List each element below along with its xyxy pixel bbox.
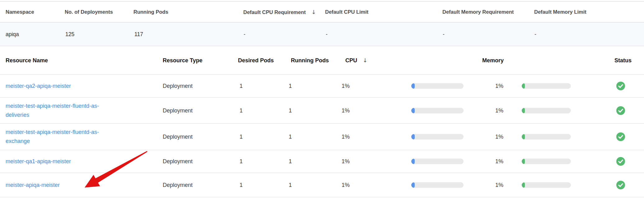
col-cpu[interactable]: CPU↓ [345,57,367,64]
default-memory-requirement-value: - [443,31,445,37]
running-pods-cell: 1 [289,83,292,89]
cpu-percent: 1% [342,134,350,140]
resource-row: meister-qa1-apiqa-meister Deployment 1 1… [0,150,644,173]
resource-name-link[interactable]: meister-qa1-apiqa-meister [6,158,71,164]
sort-down-icon[interactable]: ↓ [363,57,367,64]
resource-type-cell: Deployment [163,83,193,89]
desired-pods-cell: 1 [240,158,243,165]
desired-pods-cell: 1 [240,134,243,140]
default-memory-limit-value: - [534,31,536,37]
memory-usage-bar [522,108,571,113]
col-status[interactable]: Status [614,57,632,64]
col-resource-type[interactable]: Resource Type [163,57,203,64]
desired-pods-cell: 1 [240,107,243,114]
running-pods-value: 117 [134,31,143,37]
status-healthy-icon [616,106,625,115]
memory-percent: 1% [495,134,503,140]
col-deployments[interactable]: No. of Deployments [65,9,113,15]
memory-usage-bar [522,134,571,140]
status-healthy-icon [616,157,625,166]
cpu-percent: 1% [342,83,350,89]
deployments-value: 125 [65,31,74,37]
sort-down-icon[interactable]: ↓ [311,9,316,15]
namespace-table-header: Namespace No. of Deployments Running Pod… [0,1,644,22]
memory-percent: 1% [495,107,503,114]
col-default-cpu-limit[interactable]: Default CPU Limit [325,9,368,15]
workloads-dashboard: Namespace No. of Deployments Running Pod… [0,1,644,200]
default-cpu-requirement-value: - [244,31,245,37]
resource-type-cell: Deployment [163,158,193,165]
cpu-usage-bar [411,134,464,140]
resource-name-link[interactable]: meister-test-apiqa-meister-fluentd-as-de… [6,103,99,118]
col-running-pods[interactable]: Running Pods [133,9,168,15]
running-pods-cell: 1 [289,134,292,140]
namespace-value: apiqa [6,31,19,37]
cpu-percent: 1% [342,182,350,188]
col-default-memory-limit[interactable]: Default Memory Limit [534,9,586,15]
resource-row: meister-test-apiqa-meister-fluentd-as-ex… [0,124,644,150]
memory-usage-bar [522,182,571,188]
memory-usage-bar [522,159,571,164]
resource-type-cell: Deployment [163,134,193,140]
desired-pods-cell: 1 [240,83,243,89]
cpu-percent: 1% [342,158,350,165]
col-default-cpu-requirement-label: Default CPU Requirement [243,9,306,15]
resource-type-cell: Deployment [163,182,193,188]
default-cpu-limit-value: - [326,31,328,37]
resource-row: meister-apiqa-meister Deployment 1 1 1% … [0,173,644,197]
col-default-cpu-requirement[interactable]: Default CPU Requirement↓ [243,9,316,15]
col-default-memory-requirement[interactable]: Default Memory Requirement [442,9,514,15]
cpu-usage-bar [411,159,464,164]
resource-name-link[interactable]: meister-test-apiqa-meister-fluentd-as-ex… [6,129,99,144]
col-cpu-label: CPU [345,57,357,64]
running-pods-cell: 1 [289,182,292,188]
running-pods-cell: 1 [289,158,292,165]
resource-name-link[interactable]: meister-apiqa-meister [6,182,60,188]
resource-row: meister-qa2-apiqa-meister Deployment 1 1… [0,75,644,98]
memory-usage-bar [522,83,571,89]
status-healthy-icon [616,82,625,90]
resource-row: meister-test-apiqa-meister-fluentd-as-de… [0,98,644,124]
memory-percent: 1% [495,182,503,188]
memory-percent: 1% [495,158,503,165]
cpu-percent: 1% [342,107,350,114]
col-namespace[interactable]: Namespace [6,9,34,15]
memory-percent: 1% [495,83,503,89]
resource-name-link[interactable]: meister-qa2-apiqa-meister [6,83,71,89]
cpu-usage-bar [411,83,464,89]
col-resource-name[interactable]: Resource Name [6,57,48,64]
col-desired-pods[interactable]: Desired Pods [238,57,274,64]
cpu-usage-bar [411,182,464,188]
namespace-row[interactable]: apiqa 125 117 - - - - [0,22,644,46]
col-memory[interactable]: Memory [482,57,504,64]
cpu-usage-bar [411,108,464,113]
resources-table-header: Resource Name Resource Type Desired Pods… [0,46,644,75]
running-pods-cell: 1 [289,107,292,114]
status-healthy-icon [616,181,625,189]
col-running-pods-2[interactable]: Running Pods [291,57,329,64]
status-healthy-icon [616,132,625,141]
resource-type-cell: Deployment [163,107,193,114]
desired-pods-cell: 1 [240,182,243,188]
